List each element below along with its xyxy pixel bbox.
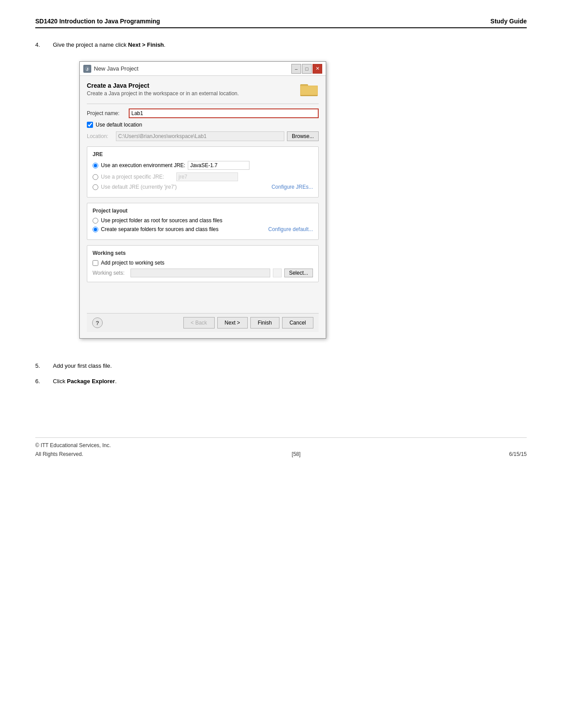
location-input[interactable] <box>116 131 284 141</box>
folder-icon <box>300 82 319 97</box>
jre-label: JRE <box>93 151 313 157</box>
separator-1 <box>87 104 319 104</box>
dialog-header-text: Create a Java Project Create a Java proj… <box>87 82 239 97</box>
project-layout-label: Project layout <box>93 208 313 214</box>
svg-rect-5 <box>301 86 317 94</box>
use-default-location-label: Use default location <box>96 122 142 128</box>
section-title: Study Guide <box>491 18 527 25</box>
step-4-text: Give the project a name click Next > Fin… <box>53 41 165 48</box>
project-name-input[interactable] <box>129 108 319 118</box>
minimize-button[interactable]: – <box>291 64 301 74</box>
step-6: 6. Click Package Explorer. <box>35 378 527 385</box>
help-button[interactable]: ? <box>92 317 103 328</box>
use-default-location-checkbox[interactable] <box>87 122 93 128</box>
cancel-button[interactable]: Cancel <box>282 317 313 329</box>
configure-jres-link[interactable]: Configure JREs... <box>272 184 313 190</box>
course-title: SD1420 Introduction to Java Programming <box>35 18 160 25</box>
close-button[interactable]: ✕ <box>313 64 322 74</box>
dialog-header-section: Create a Java Project Create a Java proj… <box>87 82 319 97</box>
step-5: 5. Add your first class file. <box>35 362 527 369</box>
finish-button[interactable]: Finish <box>250 317 279 329</box>
dialog-spacer <box>87 287 319 313</box>
layout-radio-folder-root[interactable] <box>93 218 98 224</box>
jre-radio-default[interactable] <box>93 184 98 190</box>
jre-radio-specific[interactable] <box>93 174 98 180</box>
working-sets-label: Working sets <box>93 250 313 256</box>
project-layout-section: Project layout Use project folder as roo… <box>87 203 319 240</box>
layout-option-1: Use project folder as root for sources a… <box>93 217 313 224</box>
configure-default-link[interactable]: Configure default... <box>268 226 313 232</box>
jre-execution-dropdown[interactable]: JavaSE-1.7 <box>188 161 249 170</box>
jre-specific-label: Use a project specific JRE: <box>101 174 174 180</box>
step-4-number: 4. <box>35 41 53 48</box>
layout-folder-root-label: Use project folder as root for sources a… <box>101 217 222 224</box>
layout-separate-label: Create separate folders for sources and … <box>101 226 219 232</box>
jre-specific-dropdown[interactable]: jre7 <box>176 172 238 181</box>
jre-option-1: Use an execution environment JRE: JavaSE… <box>93 161 313 170</box>
footer-bottom: All Rights Reserved. [58] 6/15/15 <box>35 451 527 457</box>
maximize-button[interactable]: □ <box>302 64 312 74</box>
jre-option-2: Use a project specific JRE: jre7 <box>93 172 313 181</box>
step-6-number: 6. <box>35 378 53 385</box>
location-label: Location: <box>87 133 113 139</box>
footer-buttons: < Back Next > Finish Cancel <box>183 317 313 329</box>
jre-radio-execution[interactable] <box>93 163 98 168</box>
dialog-window-controls: – □ ✕ <box>291 64 322 74</box>
dialog-title: New Java Project <box>94 65 138 72</box>
jre-default-label: Use default JRE (currently 'jre7') <box>101 184 177 190</box>
working-sets-select-button[interactable]: Select... <box>284 269 313 277</box>
step-6-text: Click Package Explorer. <box>53 378 117 385</box>
footer-rights: All Rights Reserved. <box>35 451 83 457</box>
layout-option-2: Create separate folders for sources and … <box>93 226 313 232</box>
step-5-number: 5. <box>35 362 53 369</box>
add-to-working-sets-label: Add project to working sets <box>101 260 164 266</box>
svg-text:J: J <box>86 67 88 71</box>
new-java-project-dialog: J New Java Project – □ ✕ Create a Java P… <box>79 61 326 339</box>
working-sets-input[interactable] <box>130 269 270 277</box>
next-button[interactable]: Next > <box>217 317 248 329</box>
browse-button[interactable]: Browse... <box>287 131 319 141</box>
working-sets-section: Working sets Add project to working sets… <box>87 245 319 282</box>
working-sets-input-row: Working sets: Select... <box>93 269 313 277</box>
footer-date: 6/15/15 <box>509 451 527 457</box>
page-footer: © ITT Educational Services, Inc. All Rig… <box>35 437 527 457</box>
working-sets-row-label: Working sets: <box>93 270 128 276</box>
back-button[interactable]: < Back <box>183 317 215 329</box>
jre-section: JRE Use an execution environment JRE: Ja… <box>87 146 319 198</box>
page-header: SD1420 Introduction to Java Programming … <box>35 18 527 28</box>
layout-radio-separate[interactable] <box>93 227 98 232</box>
footer-copyright: © ITT Educational Services, Inc. <box>35 442 527 448</box>
dialog-footer: ? < Back Next > Finish Cancel <box>87 313 319 332</box>
dialog-title-left: J New Java Project <box>83 65 138 73</box>
location-row: Location: Browse... <box>87 131 319 141</box>
project-name-row: Project name: <box>87 108 319 118</box>
jre-execution-label: Use an execution environment JRE: <box>101 162 185 168</box>
dialog-subtitle: Create a Java project in the workspace o… <box>87 90 239 97</box>
step-4: 4. Give the project a name click Next > … <box>35 41 527 48</box>
step-5-text: Add your first class file. <box>53 362 112 369</box>
dialog-body: Create a Java Project Create a Java proj… <box>80 76 326 338</box>
working-sets-dropdown[interactable] <box>273 269 282 277</box>
jre-option-3: Use default JRE (currently 'jre7') Confi… <box>93 184 313 190</box>
add-to-working-sets-row: Add project to working sets <box>93 260 313 266</box>
use-default-location-row: Use default location <box>87 122 319 128</box>
add-to-working-sets-checkbox[interactable] <box>93 260 98 266</box>
dialog-titlebar: J New Java Project – □ ✕ <box>80 62 326 76</box>
dialog-main-title: Create a Java Project <box>87 82 239 89</box>
dialog-app-icon: J <box>83 65 91 73</box>
footer-page: [58] <box>292 451 301 457</box>
project-name-label: Project name: <box>87 110 129 116</box>
